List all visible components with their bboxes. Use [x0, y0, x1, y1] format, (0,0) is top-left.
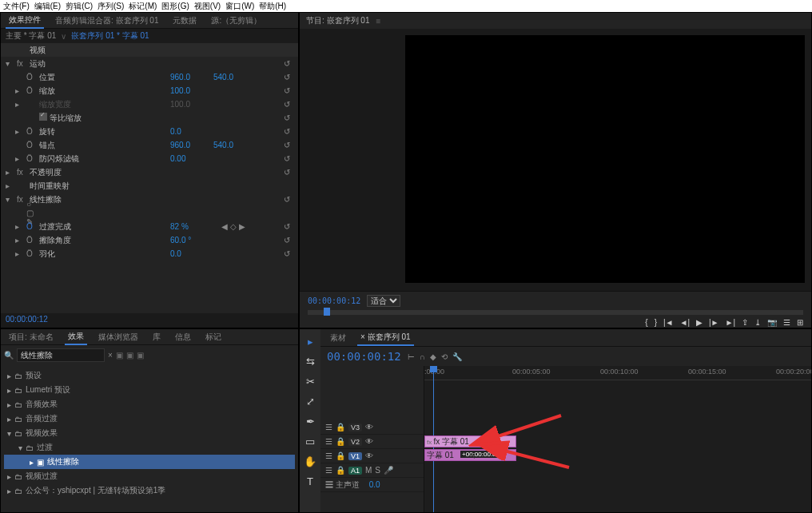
- app-menubar[interactable]: 文件(F)编辑(E)剪辑(C)序列(S)标记(M)图形(G)视图(V)窗口(W)…: [0, 0, 812, 12]
- mark-out-icon[interactable]: }: [655, 318, 657, 327]
- property-row[interactable]: ▸时间重映射: [1, 179, 298, 193]
- tab[interactable]: 元数据: [169, 14, 200, 28]
- track-headers[interactable]: ☰🔒V3👁☰🔒V2👁☰🔒V1👁☰🔒A1MS🎤☰ 主声道0.0: [320, 366, 424, 512]
- property-row[interactable]: ▸Ö过渡完成82 %◀ ◇ ▶↺: [1, 220, 298, 233]
- preset-filter-icon-3[interactable]: ▣: [137, 351, 144, 360]
- menu-item[interactable]: 视图(V): [194, 1, 221, 12]
- settings-icon[interactable]: ⟲: [441, 352, 448, 361]
- snap-icon[interactable]: ⊢: [408, 352, 415, 361]
- program-tc[interactable]: 00:00:00:12: [308, 296, 360, 305]
- property-row[interactable]: Ö锚点960.0540.0↺: [1, 138, 298, 152]
- property-row[interactable]: ○ ▢ ✎: [1, 206, 298, 220]
- tab[interactable]: 效果: [65, 329, 87, 345]
- track-header-video[interactable]: ☰🔒V1👁: [320, 449, 424, 463]
- reset-icon[interactable]: ↺: [284, 154, 290, 163]
- tree-item[interactable]: ▸🗀音频过渡: [4, 412, 295, 426]
- preset-filter-icon-2[interactable]: ▣: [126, 351, 133, 360]
- menu-item[interactable]: 图形(G): [161, 1, 189, 12]
- timeline-tabs[interactable]: 素材× 嵌套序列 01: [320, 329, 811, 347]
- preset-filter-icon[interactable]: ▣: [116, 351, 123, 360]
- program-viewer[interactable]: [300, 29, 811, 291]
- link-icon[interactable]: ∩: [420, 352, 425, 361]
- reset-icon[interactable]: ↺: [284, 168, 290, 177]
- property-row[interactable]: ▾fx运动↺: [1, 57, 298, 70]
- menu-item[interactable]: 窗口(W): [225, 1, 254, 12]
- menu-item[interactable]: 剪辑(C): [66, 1, 93, 12]
- tab[interactable]: 素材: [327, 331, 349, 345]
- play-icon[interactable]: ▶: [696, 318, 703, 327]
- property-row[interactable]: ▾fx线性擦除↺: [1, 193, 298, 206]
- menu-item[interactable]: 文件(F): [3, 1, 30, 12]
- menu-item[interactable]: 帮助(H): [259, 1, 286, 12]
- clip-subtitle-top[interactable]: fx fx 字幕 01: [424, 435, 516, 447]
- property-row[interactable]: ▸Ö羽化0.0↺: [1, 247, 298, 260]
- reset-icon[interactable]: ↺: [284, 236, 290, 245]
- tool-button[interactable]: ✋: [304, 455, 316, 467]
- tree-item[interactable]: ▸🗀音频效果: [4, 397, 295, 412]
- step-fwd-icon[interactable]: |►: [709, 318, 719, 327]
- playhead-marker[interactable]: [324, 308, 330, 316]
- property-row[interactable]: ▸Ö缩放100.0↺: [1, 84, 298, 97]
- property-row[interactable]: ▸Ö擦除角度60.0 °↺: [1, 233, 298, 247]
- step-back-icon[interactable]: ◄|: [680, 318, 691, 327]
- tree-item[interactable]: ▸🗀Lumetri 预设: [4, 383, 295, 397]
- tab[interactable]: 项目: 未命名: [6, 330, 57, 344]
- tool-button[interactable]: ✒: [306, 416, 315, 428]
- goto-in-icon[interactable]: |◄: [663, 318, 674, 327]
- property-row[interactable]: ▸Ö防闪烁滤镜0.00↺: [1, 152, 298, 165]
- extract-icon[interactable]: ⤓: [754, 318, 761, 327]
- reset-icon[interactable]: ↺: [284, 249, 290, 258]
- property-row[interactable]: 视频: [1, 43, 298, 57]
- reset-icon[interactable]: ↺: [284, 86, 290, 95]
- reset-icon[interactable]: ↺: [284, 100, 290, 109]
- master-track[interactable]: ☰ 主声道0.0: [320, 478, 424, 492]
- tool-button[interactable]: ⤢: [306, 396, 315, 408]
- reset-icon[interactable]: ↺: [284, 127, 290, 136]
- clear-search-icon[interactable]: ×: [108, 351, 113, 360]
- tree-item[interactable]: ▾🗀过渡: [4, 440, 295, 455]
- tree-item[interactable]: ▸🗀预设: [4, 368, 295, 383]
- tool-button[interactable]: ✂: [306, 376, 315, 388]
- effect-controls-list[interactable]: 视频▾fx运动↺Ö位置960.0540.0↺▸Ö缩放100.0↺▸缩放宽度100…: [1, 43, 298, 323]
- tool-button[interactable]: ▸: [308, 336, 313, 348]
- wrench-icon[interactable]: 🔧: [452, 352, 462, 361]
- timeline-area[interactable]: :00:0000:00:05:0000:00:10:0000:00:15:000…: [424, 366, 811, 512]
- mark-in-icon[interactable]: {: [645, 318, 647, 327]
- tab[interactable]: 库: [149, 330, 164, 344]
- effects-browser-tabs[interactable]: 项目: 未命名效果媒体浏览器库信息标记: [1, 329, 298, 345]
- effect-controls-tabs[interactable]: 效果控件音频剪辑混合器: 嵌套序列 01元数据源:（无剪辑）: [1, 13, 298, 29]
- comparison-icon[interactable]: ☰: [783, 318, 790, 327]
- tab[interactable]: 音频剪辑混合器: 嵌套序列 01: [52, 14, 161, 28]
- tree-item[interactable]: ▸▣线性擦除: [4, 455, 295, 469]
- timeline-tc[interactable]: 00:00:00:12: [327, 350, 401, 363]
- reset-icon[interactable]: ↺: [284, 59, 290, 68]
- timeline-ruler[interactable]: :00:0000:00:05:0000:00:10:0000:00:15:000…: [424, 366, 811, 380]
- property-row[interactable]: 等比缩放↺: [1, 111, 298, 125]
- property-row[interactable]: ▸缩放宽度100.0↺: [1, 97, 298, 111]
- effects-search-input[interactable]: [17, 348, 105, 362]
- track-header-audio[interactable]: ☰🔒A1MS🎤: [320, 463, 424, 478]
- property-row[interactable]: ▸Ö旋转0.0↺: [1, 125, 298, 138]
- tab[interactable]: × 嵌套序列 01: [357, 330, 414, 346]
- zoom-select[interactable]: 适合: [367, 295, 400, 307]
- property-row[interactable]: Ö位置960.0540.0↺: [1, 70, 298, 84]
- reset-icon[interactable]: ↺: [284, 113, 290, 122]
- menu-item[interactable]: 编辑(E): [34, 1, 61, 12]
- track-header-video[interactable]: ☰🔒V2👁: [320, 435, 424, 449]
- marker-icon[interactable]: ◆: [430, 352, 436, 361]
- export-frame-icon[interactable]: 📷: [767, 318, 777, 327]
- property-row[interactable]: ▸fx不透明度↺: [1, 165, 298, 179]
- settings-icon[interactable]: ⊞: [797, 318, 803, 327]
- reset-icon[interactable]: ↺: [284, 195, 290, 204]
- tool-button[interactable]: ▭: [305, 435, 315, 447]
- tab[interactable]: 效果控件: [6, 13, 44, 29]
- tree-item[interactable]: ▸🗀视频过渡: [4, 469, 295, 483]
- ec-timecode[interactable]: 00:00:00:12: [1, 313, 298, 328]
- tool-palette[interactable]: ▸⇆✂⤢✒▭✋T: [300, 329, 320, 512]
- reset-icon[interactable]: ↺: [284, 222, 290, 231]
- lift-icon[interactable]: ⇪: [742, 318, 748, 327]
- clip-subtitle-bot[interactable]: 字幕 01 +00:00:00:00 ↖: [424, 449, 516, 461]
- tool-button[interactable]: T: [307, 475, 313, 487]
- track-header-video[interactable]: ☰🔒V3👁: [320, 420, 424, 435]
- effects-tree[interactable]: ▸🗀预设▸🗀Lumetri 预设▸🗀音频效果▸🗀音频过渡▾🗀视频效果▾🗀过渡▸▣…: [1, 365, 298, 501]
